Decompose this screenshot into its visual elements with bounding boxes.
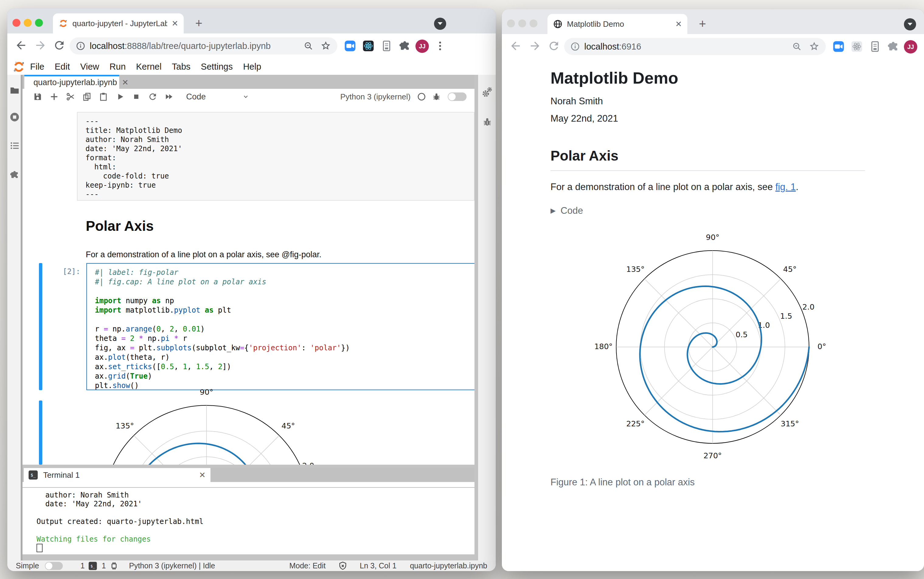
browser-tab-title: Matplotlib Demo [567,20,671,29]
simple-mode-toggle[interactable] [45,562,63,570]
browser-menu-icon[interactable] [434,40,446,52]
address-bar[interactable]: localhost:8888/lab/tree/quarto-jupyterla… [70,38,337,54]
debugger-toggle-icon[interactable] [432,92,441,101]
browser-tab[interactable]: Matplotlib Demo ✕ [548,14,687,34]
extensions-puzzle-icon[interactable] [887,40,899,53]
cut-cell-icon[interactable] [66,92,75,101]
react-devtools-extension-icon[interactable] [850,40,863,53]
minimize-window-button[interactable] [24,19,32,27]
code-cell[interactable]: #| label: fig-polar#| fig.cap: A line pl… [87,263,474,390]
zoom-meet-extension-icon[interactable] [832,40,845,53]
save-icon[interactable] [33,92,43,101]
notes-extension-icon[interactable] [868,40,881,53]
terminal-line: Output created: quarto-jupyterlab.html [36,517,474,526]
browser-menu-icon[interactable] [921,41,924,52]
markdown-paragraph[interactable]: For a demonstration of a line plot on a … [86,250,322,259]
extensions-puzzle-icon[interactable] [398,39,411,52]
menu-item-help[interactable]: Help [238,62,267,72]
tab-search-button[interactable] [434,18,446,30]
menu-item-settings[interactable]: Settings [196,62,238,72]
browser-tab[interactable]: quarto-jupyterl - JupyterLab ✕ [53,13,184,33]
page-date: May 22nd, 2021 [551,113,618,124]
menu-item-tabs[interactable]: Tabs [167,62,196,72]
markdown-heading[interactable]: Polar Axis [86,218,154,234]
panel-splitter[interactable] [23,465,474,468]
statusbar-filename[interactable]: quarto-jupyterlab.ipynb [410,561,487,570]
minimize-window-button[interactable] [518,20,526,27]
bookmark-star-icon[interactable] [320,41,331,51]
file-browser-icon[interactable] [10,85,20,95]
close-window-button[interactable] [507,20,515,27]
restart-run-all-icon[interactable] [164,92,174,101]
bookmark-star-icon[interactable] [809,41,820,52]
copy-cell-icon[interactable] [82,92,92,101]
new-tab-button[interactable]: + [195,17,202,29]
back-icon[interactable] [509,39,522,52]
notes-extension-icon[interactable] [380,39,393,52]
avatar[interactable]: JJ [904,40,917,54]
kernels-count[interactable]: 1 [101,561,106,570]
tab-search-button[interactable] [904,18,916,30]
forward-icon[interactable] [528,39,541,52]
kernel-status-text[interactable]: Python 3 (ipykernel) | Idle [129,561,215,570]
terminal-tab[interactable]: $_ Terminal 1 ✕ [24,468,211,482]
code-fold-toggle[interactable]: ▶ Code [551,205,583,216]
zoom-level-icon[interactable] [303,41,314,51]
zoom-window-button[interactable] [35,19,43,27]
kernels-chip-icon[interactable] [110,561,119,571]
add-cell-icon[interactable] [49,92,59,101]
notebook-tab-close-icon[interactable]: ✕ [122,78,129,87]
globe-favicon [553,19,563,29]
trust-shield-icon[interactable] [338,561,348,571]
code-cell-collapser[interactable] [39,263,42,390]
tab-close-icon[interactable]: ✕ [675,20,682,29]
site-info-icon[interactable] [570,42,580,51]
extension-manager-icon[interactable] [10,170,20,180]
running-kernels-icon[interactable] [10,112,20,122]
figure-link[interactable]: fig. 1 [775,182,796,192]
avatar[interactable]: JJ [415,39,429,53]
zoom-window-button[interactable] [530,20,537,27]
terminal-tab-close-icon[interactable]: ✕ [199,470,206,480]
close-window-button[interactable] [13,19,20,27]
cell-type-dropdown[interactable]: Code [186,92,206,101]
url-text[interactable]: localhost:6916 [584,42,792,52]
new-tab-button[interactable]: + [699,18,706,30]
debugger-sidebar-icon[interactable] [482,117,492,127]
cell-type-chevron-icon[interactable] [242,93,249,100]
tab-close-icon[interactable]: ✕ [172,19,178,28]
kernel-name[interactable]: Python 3 (ipykernel) [340,92,410,101]
output-cell-collapser[interactable] [39,401,42,465]
property-inspector-gear-icon[interactable] [481,87,493,98]
simple-interface-toggle[interactable] [448,92,466,101]
menu-item-view[interactable]: View [75,62,104,72]
address-bar[interactable]: localhost:6916 [564,38,826,55]
terminal-output[interactable]: author: Norah Smith date: 'May 22nd, 202… [23,488,474,554]
stop-kernel-icon[interactable] [132,92,141,101]
menu-item-file[interactable]: File [25,62,49,72]
restart-kernel-icon[interactable] [148,92,157,101]
terminals-icon[interactable]: $_ [89,562,97,570]
url-text[interactable]: localhost:8888/lab/tree/quarto-jupyterla… [90,41,303,51]
notebook-tab[interactable]: quarto-jupyterlab.ipynb ✕ [25,75,119,89]
reload-icon[interactable] [53,39,66,52]
forward-icon[interactable] [34,39,47,52]
table-of-contents-icon[interactable] [10,141,20,151]
cursor-position[interactable]: Ln 3, Col 1 [360,561,397,570]
menu-item-edit[interactable]: Edit [49,62,75,72]
svg-text:2.0: 2.0 [802,303,814,311]
run-cell-icon[interactable] [116,92,125,101]
raw-yaml-cell[interactable]: ---title: Matplotlib Demoauthor: Norah S… [77,112,474,201]
paste-cell-icon[interactable] [98,92,108,101]
zoom-level-icon[interactable] [792,41,802,52]
notebook-scrollbar[interactable] [474,75,478,561]
reload-icon[interactable] [548,39,560,52]
react-devtools-extension-icon[interactable] [362,39,375,52]
zoom-meet-extension-icon[interactable] [344,39,357,52]
mode-indicator[interactable]: Mode: Edit [289,561,326,570]
menu-item-run[interactable]: Run [104,62,131,72]
terminals-count[interactable]: 1 [80,561,85,570]
back-icon[interactable] [15,39,27,52]
site-info-icon[interactable] [76,41,85,51]
menu-item-kernel[interactable]: Kernel [131,62,167,72]
